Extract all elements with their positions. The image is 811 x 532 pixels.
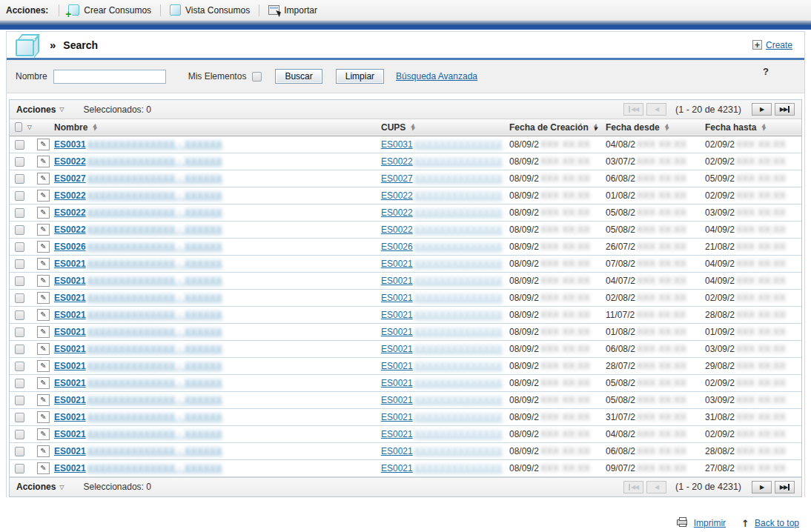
mis-elementos-checkbox[interactable]: [252, 72, 262, 82]
nombre-link[interactable]: ES0021XXXXXXXXXXXXXX - XXXXXX: [54, 412, 222, 422]
edit-record-button[interactable]: ✎: [37, 275, 50, 287]
edit-record-button[interactable]: ✎: [37, 173, 50, 184]
nombre-link[interactable]: ES0021XXXXXXXXXXXXXX - XXXXXX: [54, 293, 222, 303]
nombre-link[interactable]: ES0027XXXXXXXXXXXXXX - XXXXXX: [54, 173, 222, 184]
edit-record-button[interactable]: ✎: [37, 309, 50, 321]
row-checkbox[interactable]: [15, 413, 24, 422]
cups-link[interactable]: ES0021XXXXXXXXXXXXXX: [381, 259, 503, 269]
row-checkbox[interactable]: [15, 293, 24, 303]
nombre-link[interactable]: ES0021XXXXXXXXXXXXXX - XXXXXX: [54, 361, 222, 371]
row-checkbox[interactable]: [15, 327, 24, 337]
edit-record-button[interactable]: ✎: [37, 241, 50, 253]
first-page-button[interactable]: ◀◀: [623, 481, 643, 493]
help-icon[interactable]: ?: [763, 66, 769, 77]
nombre-link[interactable]: ES0021XXXXXXXXXXXXXX - XXXXXX: [54, 344, 222, 354]
list-actions-menu[interactable]: Acciones ▽: [16, 482, 64, 492]
row-checkbox[interactable]: [15, 345, 24, 354]
last-page-button[interactable]: ▶▶: [775, 481, 795, 493]
row-checkbox[interactable]: [15, 174, 24, 184]
row-checkbox[interactable]: [15, 225, 24, 235]
row-checkbox[interactable]: [15, 140, 24, 150]
cups-link[interactable]: ES0021XXXXXXXXXXXXXX: [381, 446, 503, 456]
edit-record-button[interactable]: ✎: [37, 411, 50, 423]
create-link[interactable]: Create: [766, 40, 792, 50]
nombre-link[interactable]: ES0021XXXXXXXXXXXXXX - XXXXXX: [54, 395, 222, 405]
row-checkbox[interactable]: [15, 157, 24, 167]
nombre-link[interactable]: ES0026XXXXXXXXXXXXXX - XXXXXX: [54, 242, 222, 252]
edit-record-button[interactable]: ✎: [37, 360, 50, 372]
next-page-button[interactable]: ▶: [752, 481, 772, 493]
cups-link[interactable]: ES0021XXXXXXXXXXXXXX: [381, 378, 503, 388]
last-page-button[interactable]: ▶▶: [775, 103, 795, 116]
edit-record-button[interactable]: ✎: [37, 190, 50, 202]
edit-record-button[interactable]: ✎: [37, 462, 50, 474]
nombre-link[interactable]: ES0022XXXXXXXXXXXXXX - XXXXXX: [54, 156, 222, 167]
row-checkbox[interactable]: [15, 362, 24, 371]
column-header-nombre[interactable]: Nombre: [54, 122, 87, 133]
cups-link[interactable]: ES0021XXXXXXXXXXXXXX: [381, 361, 503, 371]
cups-link[interactable]: ES0022XXXXXXXXXXXXXX: [381, 207, 503, 218]
row-checkbox[interactable]: [15, 379, 24, 388]
nombre-link[interactable]: ES0031XXXXXXXXXXXXXX - XXXXXX: [54, 139, 222, 150]
column-header-fecha-creacion[interactable]: Fecha de Creación: [509, 122, 589, 133]
nombre-link[interactable]: ES0022XXXXXXXXXXXXXX - XXXXXX: [54, 225, 222, 235]
cups-link[interactable]: ES0031XXXXXXXXXXXXXX: [381, 139, 503, 150]
buscar-button[interactable]: Buscar: [275, 69, 322, 84]
crear-consumos-button[interactable]: Crear Consumos: [65, 3, 154, 17]
next-page-button[interactable]: ▶: [752, 103, 772, 116]
row-checkbox[interactable]: [15, 191, 24, 201]
select-all-checkbox[interactable]: [15, 122, 22, 132]
column-header-fecha-hasta[interactable]: Fecha hasta: [705, 122, 756, 133]
sort-icon-active-desc[interactable]: ▲▼: [594, 124, 598, 130]
nombre-link[interactable]: ES0022XXXXXXXXXXXXXX - XXXXXX: [54, 190, 222, 201]
cups-link[interactable]: ES0021XXXXXXXXXXXXXX: [381, 463, 503, 473]
cups-link[interactable]: ES0026XXXXXXXXXXXXXX: [381, 242, 503, 252]
nombre-link[interactable]: ES0021XXXXXXXXXXXXXX - XXXXXX: [54, 446, 222, 456]
nombre-link[interactable]: ES0021XXXXXXXXXXXXXX - XXXXXX: [54, 378, 222, 388]
row-checkbox[interactable]: [15, 242, 24, 252]
edit-record-button[interactable]: ✎: [37, 156, 50, 167]
edit-record-button[interactable]: ✎: [37, 428, 50, 440]
column-header-fecha-desde[interactable]: Fecha desde: [606, 122, 660, 133]
edit-record-button[interactable]: ✎: [37, 207, 50, 219]
cups-link[interactable]: ES0021XXXXXXXXXXXXXX: [381, 327, 503, 337]
cups-link[interactable]: ES0021XXXXXXXXXXXXXX: [381, 429, 503, 439]
column-header-cups[interactable]: CUPS: [381, 122, 406, 133]
importar-button[interactable]: Importar: [265, 4, 320, 17]
cups-link[interactable]: ES0022XXXXXXXXXXXXXX: [381, 225, 503, 235]
cups-link[interactable]: ES0027XXXXXXXXXXXXXX: [381, 173, 503, 184]
cups-link[interactable]: ES0022XXXXXXXXXXXXXX: [381, 190, 503, 201]
nombre-link[interactable]: ES0021XXXXXXXXXXXXXX - XXXXXX: [54, 429, 222, 439]
limpiar-button[interactable]: Limpiar: [336, 69, 384, 84]
row-checkbox[interactable]: [15, 430, 24, 439]
row-checkbox[interactable]: [15, 259, 24, 269]
row-checkbox[interactable]: [15, 464, 24, 473]
prev-page-button[interactable]: ◀: [646, 103, 666, 116]
edit-record-button[interactable]: ✎: [37, 394, 50, 406]
chevron-down-icon[interactable]: ▽: [27, 124, 32, 130]
nombre-link[interactable]: ES0021XXXXXXXXXXXXXX - XXXXXX: [54, 463, 222, 473]
cups-link[interactable]: ES0021XXXXXXXXXXXXXX: [381, 293, 503, 303]
edit-record-button[interactable]: ✎: [37, 326, 50, 338]
edit-record-button[interactable]: ✎: [37, 139, 50, 150]
edit-record-button[interactable]: ✎: [37, 292, 50, 304]
cups-link[interactable]: ES0021XXXXXXXXXXXXXX: [381, 395, 503, 405]
sort-icon[interactable]: ▲▼: [411, 124, 414, 130]
edit-record-button[interactable]: ✎: [37, 224, 50, 236]
cups-link[interactable]: ES0022XXXXXXXXXXXXXX: [381, 156, 503, 167]
sort-icon[interactable]: ▲▼: [761, 124, 765, 130]
cups-link[interactable]: ES0021XXXXXXXXXXXXXX: [381, 310, 503, 320]
nombre-link[interactable]: ES0022XXXXXXXXXXXXXX - XXXXXX: [54, 207, 222, 218]
nombre-link[interactable]: ES0021XXXXXXXXXXXXXX - XXXXXX: [54, 310, 222, 320]
prev-page-button[interactable]: ◀: [646, 481, 666, 493]
vista-consumos-button[interactable]: Vista Consumos: [167, 3, 253, 17]
sort-icon[interactable]: ▲▼: [93, 124, 96, 130]
row-checkbox[interactable]: [15, 396, 24, 405]
busqueda-avanzada-link[interactable]: Búsqueda Avanzada: [396, 71, 477, 82]
nombre-link[interactable]: ES0021XXXXXXXXXXXXXX - XXXXXX: [54, 327, 222, 337]
cups-link[interactable]: ES0021XXXXXXXXXXXXXX: [381, 344, 503, 354]
first-page-button[interactable]: ◀◀: [623, 103, 643, 116]
back-to-top-link[interactable]: Back to top: [755, 518, 799, 528]
list-actions-menu[interactable]: Acciones ▽: [16, 104, 64, 115]
edit-record-button[interactable]: ✎: [37, 377, 50, 389]
